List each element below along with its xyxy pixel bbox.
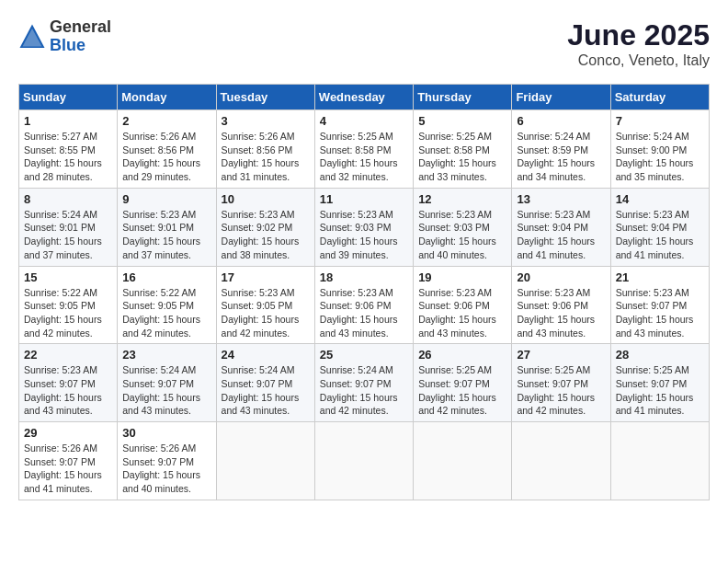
day-cell-16: 16Sunrise: 5:22 AM Sunset: 9:05 PM Dayli… [118,266,216,344]
day-number: 28 [616,348,704,362]
day-number: 11 [320,192,408,206]
day-number: 20 [517,270,605,284]
day-cell-8: 8Sunrise: 5:24 AM Sunset: 9:01 PM Daylig… [19,188,118,266]
day-number: 29 [24,426,112,440]
day-number: 14 [616,192,704,206]
logo: General Blue [18,18,111,55]
day-number: 23 [122,348,210,362]
day-info: Sunrise: 5:24 AM Sunset: 8:59 PM Dayligh… [517,130,605,184]
column-header-monday: Monday [118,85,216,110]
day-info: Sunrise: 5:23 AM Sunset: 9:07 PM Dayligh… [616,286,704,340]
page-header: General Blue June 2025 Conco, Veneto, It… [18,18,710,69]
day-number: 18 [320,270,408,284]
day-number: 6 [517,114,605,128]
day-info: Sunrise: 5:22 AM Sunset: 9:05 PM Dayligh… [122,286,210,340]
calendar-week-1: 1Sunrise: 5:27 AM Sunset: 8:55 PM Daylig… [19,110,710,189]
day-cell-18: 18Sunrise: 5:23 AM Sunset: 9:06 PM Dayli… [314,266,413,344]
day-info: Sunrise: 5:25 AM Sunset: 8:58 PM Dayligh… [418,130,506,184]
calendar-title: June 2025 [567,18,710,52]
day-info: Sunrise: 5:26 AM Sunset: 8:56 PM Dayligh… [222,130,310,184]
day-number: 21 [616,270,704,284]
day-cell-10: 10Sunrise: 5:23 AM Sunset: 9:02 PM Dayli… [216,188,314,266]
day-info: Sunrise: 5:23 AM Sunset: 9:04 PM Dayligh… [517,208,605,262]
day-cell-23: 23Sunrise: 5:24 AM Sunset: 9:07 PM Dayli… [118,344,216,422]
day-number: 17 [222,270,310,284]
day-info: Sunrise: 5:22 AM Sunset: 9:05 PM Dayligh… [24,286,112,340]
day-info: Sunrise: 5:25 AM Sunset: 8:58 PM Dayligh… [320,130,408,184]
logo-icon [18,23,46,51]
day-info: Sunrise: 5:23 AM Sunset: 9:06 PM Dayligh… [418,286,506,340]
day-cell-2: 2Sunrise: 5:26 AM Sunset: 8:56 PM Daylig… [118,110,216,189]
column-header-friday: Friday [512,85,610,110]
logo-text: General Blue [50,18,111,55]
day-cell-17: 17Sunrise: 5:23 AM Sunset: 9:05 PM Dayli… [216,266,314,344]
day-number: 30 [122,426,210,440]
day-number: 4 [320,114,408,128]
day-number: 9 [122,192,210,206]
day-info: Sunrise: 5:23 AM Sunset: 9:03 PM Dayligh… [418,208,506,262]
day-cell-12: 12Sunrise: 5:23 AM Sunset: 9:03 PM Dayli… [414,188,512,266]
day-info: Sunrise: 5:25 AM Sunset: 9:07 PM Dayligh… [517,363,605,418]
day-cell-30: 30Sunrise: 5:26 AM Sunset: 9:07 PM Dayli… [118,422,216,500]
column-header-tuesday: Tuesday [216,85,314,110]
day-cell-4: 4Sunrise: 5:25 AM Sunset: 8:58 PM Daylig… [314,110,413,189]
day-info: Sunrise: 5:26 AM Sunset: 9:07 PM Dayligh… [122,442,210,496]
day-cell-26: 26Sunrise: 5:25 AM Sunset: 9:07 PM Dayli… [414,344,512,422]
day-number: 22 [24,348,112,362]
day-cell-21: 21Sunrise: 5:23 AM Sunset: 9:07 PM Dayli… [610,266,709,344]
day-info: Sunrise: 5:25 AM Sunset: 9:07 PM Dayligh… [418,363,506,418]
day-number: 15 [24,270,112,284]
day-number: 24 [222,348,310,362]
day-info: Sunrise: 5:25 AM Sunset: 9:07 PM Dayligh… [616,363,704,418]
day-cell-28: 28Sunrise: 5:25 AM Sunset: 9:07 PM Dayli… [610,344,709,422]
day-cell-5: 5Sunrise: 5:25 AM Sunset: 8:58 PM Daylig… [414,110,512,189]
calendar-week-5: 29Sunrise: 5:26 AM Sunset: 9:07 PM Dayli… [19,422,710,500]
day-cell-20: 20Sunrise: 5:23 AM Sunset: 9:06 PM Dayli… [512,266,610,344]
day-cell-3: 3Sunrise: 5:26 AM Sunset: 8:56 PM Daylig… [216,110,314,189]
day-cell-22: 22Sunrise: 5:23 AM Sunset: 9:07 PM Dayli… [19,344,118,422]
day-number: 13 [517,192,605,206]
empty-cell [314,422,413,500]
day-cell-27: 27Sunrise: 5:25 AM Sunset: 9:07 PM Dayli… [512,344,610,422]
day-number: 1 [24,114,112,128]
day-info: Sunrise: 5:23 AM Sunset: 9:06 PM Dayligh… [320,286,408,340]
calendar-week-4: 22Sunrise: 5:23 AM Sunset: 9:07 PM Dayli… [19,344,710,422]
calendar-week-2: 8Sunrise: 5:24 AM Sunset: 9:01 PM Daylig… [19,188,710,266]
day-cell-29: 29Sunrise: 5:26 AM Sunset: 9:07 PM Dayli… [19,422,118,500]
day-info: Sunrise: 5:23 AM Sunset: 9:05 PM Dayligh… [222,286,310,340]
day-cell-14: 14Sunrise: 5:23 AM Sunset: 9:04 PM Dayli… [610,188,709,266]
day-cell-25: 25Sunrise: 5:24 AM Sunset: 9:07 PM Dayli… [314,344,413,422]
empty-cell [216,422,314,500]
day-info: Sunrise: 5:24 AM Sunset: 9:00 PM Dayligh… [616,130,704,184]
calendar-subtitle: Conco, Veneto, Italy [567,52,710,69]
day-cell-15: 15Sunrise: 5:22 AM Sunset: 9:05 PM Dayli… [19,266,118,344]
day-info: Sunrise: 5:24 AM Sunset: 9:07 PM Dayligh… [320,363,408,418]
empty-cell [414,422,512,500]
day-cell-6: 6Sunrise: 5:24 AM Sunset: 8:59 PM Daylig… [512,110,610,189]
day-info: Sunrise: 5:23 AM Sunset: 9:07 PM Dayligh… [24,363,112,418]
day-info: Sunrise: 5:24 AM Sunset: 9:01 PM Dayligh… [24,208,112,262]
day-number: 3 [222,114,310,128]
day-info: Sunrise: 5:24 AM Sunset: 9:07 PM Dayligh… [222,363,310,418]
empty-cell [610,422,709,500]
day-info: Sunrise: 5:23 AM Sunset: 9:01 PM Dayligh… [122,208,210,262]
column-header-wednesday: Wednesday [314,85,413,110]
day-cell-11: 11Sunrise: 5:23 AM Sunset: 9:03 PM Dayli… [314,188,413,266]
day-info: Sunrise: 5:24 AM Sunset: 9:07 PM Dayligh… [122,363,210,418]
day-info: Sunrise: 5:23 AM Sunset: 9:04 PM Dayligh… [616,208,704,262]
day-number: 26 [418,348,506,362]
day-cell-19: 19Sunrise: 5:23 AM Sunset: 9:06 PM Dayli… [414,266,512,344]
day-cell-13: 13Sunrise: 5:23 AM Sunset: 9:04 PM Dayli… [512,188,610,266]
day-cell-9: 9Sunrise: 5:23 AM Sunset: 9:01 PM Daylig… [118,188,216,266]
day-cell-24: 24Sunrise: 5:24 AM Sunset: 9:07 PM Dayli… [216,344,314,422]
day-number: 19 [418,270,506,284]
day-number: 12 [418,192,506,206]
calendar-week-3: 15Sunrise: 5:22 AM Sunset: 9:05 PM Dayli… [19,266,710,344]
day-info: Sunrise: 5:23 AM Sunset: 9:02 PM Dayligh… [222,208,310,262]
day-cell-1: 1Sunrise: 5:27 AM Sunset: 8:55 PM Daylig… [19,110,118,189]
calendar-table: SundayMondayTuesdayWednesdayThursdayFrid… [18,84,710,500]
day-number: 8 [24,192,112,206]
day-number: 7 [616,114,704,128]
day-info: Sunrise: 5:23 AM Sunset: 9:03 PM Dayligh… [320,208,408,262]
column-header-thursday: Thursday [414,85,512,110]
